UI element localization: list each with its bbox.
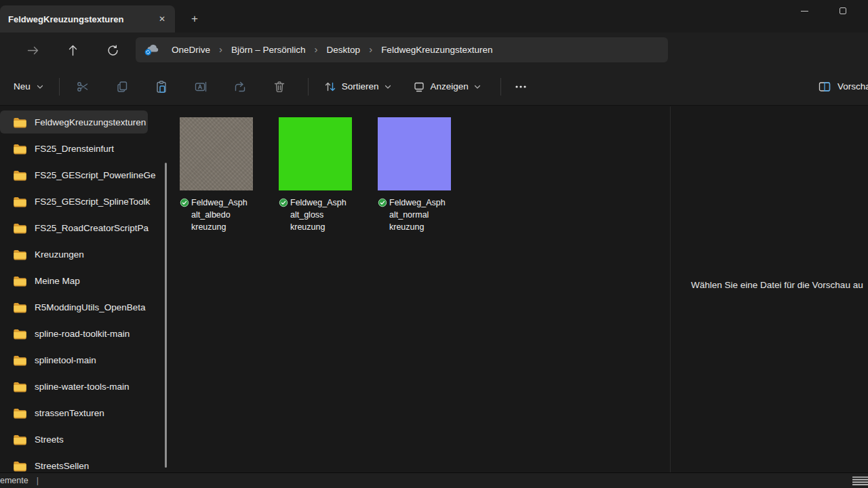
- view-button[interactable]: Anzeigen: [407, 76, 487, 98]
- chevron-right-icon: ›: [313, 43, 319, 56]
- sidebar-item[interactable]: ›Streets: [0, 428, 161, 451]
- sidebar-item[interactable]: ›spline-road-toolkit-main: [0, 322, 161, 345]
- sidebar-item[interactable]: ›strassenTexturen: [0, 401, 161, 424]
- preview-pane: Wählen Sie eine Datei für die Vorschau a…: [670, 106, 868, 472]
- sidebar-item[interactable]: ›StreetsSellen: [0, 454, 161, 472]
- delete-button[interactable]: [266, 75, 293, 99]
- minimize-button[interactable]: [789, 0, 820, 22]
- minimize-icon: [801, 11, 808, 12]
- file-name-line: Feldweg_Asph: [290, 197, 352, 209]
- sidebar-item[interactable]: ›R5ModdingUtils_OpenBeta: [0, 296, 161, 319]
- sort-button-label: Sortieren: [342, 81, 379, 92]
- sidebar-item[interactable]: ›spline-water-tools-main: [0, 375, 161, 398]
- file-thumbnail: [279, 117, 352, 190]
- sidebar-item-label: splinetool-main: [35, 355, 96, 365]
- details-view-icon: [852, 476, 868, 486]
- file-name-line: kreuzung: [389, 221, 451, 233]
- arrow-up-icon: [66, 44, 79, 57]
- folder-icon: [13, 143, 27, 155]
- sidebar-item[interactable]: ›Kreuzungen: [0, 243, 161, 266]
- sidebar-item[interactable]: ›FS25_GEScript_SplineToolk: [0, 190, 161, 213]
- refresh-button[interactable]: [102, 39, 123, 61]
- new-button[interactable]: Neu: [9, 77, 48, 96]
- item-count-text: emente: [0, 476, 28, 485]
- sidebar-item[interactable]: ›FS25_Drensteinfurt: [0, 137, 161, 160]
- sidebar-item-label: FS25_GEScript_PowerlineGe: [35, 170, 156, 180]
- sidebar-item[interactable]: ›FS25_RoadCreatorScriptPa: [0, 216, 161, 239]
- cut-button[interactable]: [69, 75, 96, 99]
- more-options-button[interactable]: [508, 81, 534, 93]
- folder-icon: [13, 222, 27, 234]
- preview-placeholder-text: Wählen Sie eine Datei für die Vorschau a…: [691, 280, 863, 290]
- file-grid: Feldweg_Asphalt_albedokreuzungFeldweg_As…: [170, 106, 670, 233]
- new-button-label: Neu: [14, 81, 31, 92]
- sidebar-item-label: FS25_RoadCreatorScriptPa: [35, 223, 149, 233]
- title-bar: FeldwegKreuzungstexturen ✕ +: [0, 0, 868, 33]
- copy-button[interactable]: [108, 75, 136, 99]
- folder-icon: [13, 407, 27, 419]
- rename-icon: [194, 80, 208, 94]
- folder-icon: [13, 249, 27, 260]
- rename-button[interactable]: [187, 75, 214, 99]
- file-name-line: Feldweg_Asph: [389, 197, 451, 209]
- chevron-down-icon: [384, 83, 392, 91]
- file-name: Feldweg_Asphalt_glosskreuzung: [279, 197, 352, 233]
- details-view-button[interactable]: [852, 476, 868, 486]
- command-bar: Neu Sortieren Anzeigen Vorschau: [0, 68, 868, 106]
- folder-icon: [13, 434, 27, 445]
- toolbar-separator: [59, 78, 60, 96]
- file-name: Feldweg_Asphalt_albedokreuzung: [180, 197, 253, 233]
- preview-toggle-label: Vorschau: [837, 81, 868, 92]
- preview-toggle-button[interactable]: Vorschau: [818, 68, 868, 105]
- sort-icon: [323, 80, 337, 94]
- file-item[interactable]: Feldweg_Asphalt_albedokreuzung: [180, 117, 253, 233]
- toolbar-separator: [308, 78, 309, 96]
- sidebar-item[interactable]: ›FS25_GEScript_PowerlineGe: [0, 163, 161, 186]
- new-tab-button[interactable]: +: [186, 10, 203, 28]
- file-name-line: kreuzung: [290, 221, 352, 233]
- file-item[interactable]: Feldweg_Asphalt_normalkreuzung: [378, 117, 451, 233]
- file-name-line: kreuzung: [191, 221, 253, 233]
- sidebar-item-label: R5ModdingUtils_OpenBeta: [35, 302, 146, 312]
- sidebar-item-label: Meine Map: [35, 276, 80, 286]
- folder-icon: [13, 169, 27, 181]
- sidebar-item-label: spline-road-toolkit-main: [35, 329, 130, 339]
- chevron-right-icon: ›: [368, 43, 374, 56]
- folder-icon: [13, 381, 27, 392]
- paste-icon: [155, 80, 168, 94]
- sidebar-list: ›FeldwegKreuzungstexturen›FS25_Drenstein…: [0, 110, 161, 472]
- file-name: Feldweg_Asphalt_normalkreuzung: [378, 197, 451, 233]
- paste-button[interactable]: [148, 75, 175, 99]
- folder-icon: [13, 354, 27, 366]
- view-icon: [412, 80, 426, 94]
- sidebar-item-label: spline-water-tools-main: [35, 382, 130, 392]
- breadcrumb-user[interactable]: Björn – Persönlich: [224, 42, 313, 58]
- folder-icon: [13, 117, 27, 128]
- explorer-tab[interactable]: FeldwegKreuzungstexturen ✕: [0, 5, 175, 33]
- breadcrumb-desktop[interactable]: Desktop: [319, 42, 368, 58]
- file-list-area[interactable]: Feldweg_Asphalt_albedokreuzungFeldweg_As…: [170, 106, 670, 472]
- sort-button[interactable]: Sortieren: [318, 76, 397, 98]
- address-bar[interactable]: OneDrive › Björn – Persönlich › Desktop …: [136, 37, 668, 62]
- synced-check-icon: [180, 198, 189, 207]
- breadcrumb-current-folder[interactable]: FeldwegKreuzungstexturen: [374, 42, 500, 58]
- sidebar-item[interactable]: ›splinetool-main: [0, 348, 161, 371]
- share-button[interactable]: [226, 75, 254, 99]
- tab-close-icon[interactable]: ✕: [153, 10, 171, 28]
- sidebar-item[interactable]: ›Meine Map: [0, 269, 161, 292]
- breadcrumb-onedrive[interactable]: OneDrive: [164, 42, 218, 58]
- status-separator: |: [37, 476, 39, 485]
- forward-button[interactable]: [22, 39, 43, 61]
- refresh-icon: [106, 44, 119, 57]
- trash-icon: [273, 80, 286, 94]
- up-button[interactable]: [62, 39, 83, 61]
- maximize-button[interactable]: [827, 0, 859, 22]
- file-name-line: Feldweg_Asph: [191, 197, 253, 209]
- share-icon: [233, 80, 247, 94]
- sidebar-scrollbar[interactable]: [165, 163, 167, 468]
- file-item[interactable]: Feldweg_Asphalt_glosskreuzung: [279, 117, 352, 233]
- sidebar-item-label: StreetsSellen: [35, 461, 89, 471]
- sidebar-item[interactable]: ›FeldwegKreuzungstexturen: [0, 110, 148, 134]
- sidebar-item-label: FeldwegKreuzungstexturen: [35, 117, 146, 127]
- synced-check-icon: [279, 198, 288, 207]
